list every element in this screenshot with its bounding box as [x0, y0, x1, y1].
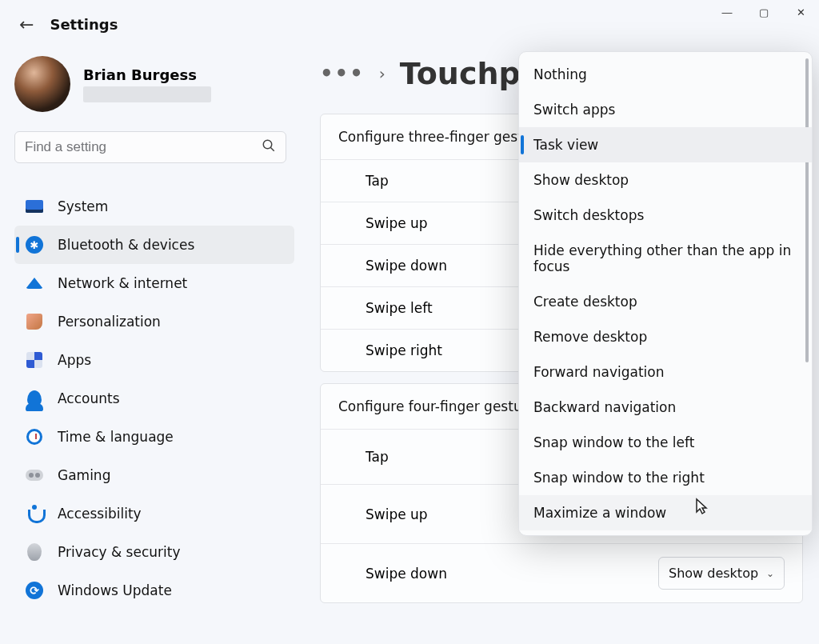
nav-item-time-language[interactable]: Time & language: [14, 418, 294, 456]
nav-item-personalization[interactable]: Personalization: [14, 302, 294, 341]
row-label: Swipe right: [366, 342, 442, 358]
search-icon: [262, 138, 276, 156]
bluetooth-icon: ✱: [24, 234, 45, 255]
nav-label: Windows Update: [58, 582, 172, 598]
row-label: Swipe down: [366, 566, 447, 582]
window-maximize-button[interactable]: ▢: [745, 0, 782, 24]
accessibility-icon: [24, 503, 45, 524]
dropdown-option[interactable]: Hide everything other than the app in fo…: [519, 233, 812, 284]
nav-label: Personalization: [58, 314, 161, 330]
dropdown-option[interactable]: Nothing: [519, 57, 812, 92]
profile-panel[interactable]: Brian Burgess: [14, 56, 294, 112]
row-label: Swipe up: [366, 506, 428, 522]
row-label: Swipe down: [366, 258, 447, 274]
gesture-select[interactable]: Show desktop ⌄: [658, 557, 785, 590]
profile-name: Brian Burgess: [83, 66, 211, 83]
search-input-container[interactable]: [14, 131, 286, 163]
dropdown-option[interactable]: Backward navigation: [519, 390, 812, 425]
row-label: Swipe up: [366, 215, 428, 231]
apps-icon: [24, 350, 45, 370]
nav-label: Time & language: [58, 429, 174, 445]
nav-list: System ✱ Bluetooth & devices Network & i…: [14, 187, 294, 610]
clock-icon: [24, 426, 45, 447]
row-label: Tap: [366, 449, 389, 465]
dropdown-option[interactable]: Show desktop: [519, 162, 812, 198]
nav-label: Bluetooth & devices: [58, 237, 194, 253]
nav-label: Apps: [58, 352, 91, 368]
nav-item-accounts[interactable]: Accounts: [14, 379, 294, 418]
search-input[interactable]: [25, 139, 262, 155]
dropdown-option[interactable]: Switch desktops: [519, 198, 812, 233]
nav-label: Network & internet: [58, 275, 187, 291]
dropdown-option[interactable]: Snap window to the right: [519, 460, 812, 495]
dropdown-option[interactable]: Forward navigation: [519, 354, 812, 390]
nav-item-privacy-security[interactable]: Privacy & security: [14, 533, 294, 571]
dropdown-option[interactable]: Switch apps: [519, 92, 812, 127]
nav-item-accessibility[interactable]: Accessibility: [14, 494, 294, 533]
nav-item-system[interactable]: System: [14, 187, 294, 226]
back-button[interactable]: ←: [19, 14, 34, 34]
nav-item-apps[interactable]: Apps: [14, 341, 294, 379]
personalization-icon: [24, 311, 45, 332]
nav-label: Accessibility: [58, 506, 142, 522]
nav-item-network[interactable]: Network & internet: [14, 264, 294, 302]
accounts-icon: [24, 388, 45, 409]
profile-email-placeholder: [83, 86, 211, 102]
row-label: Tap: [366, 173, 389, 189]
window-minimize-button[interactable]: —: [709, 0, 745, 24]
shield-icon: [24, 542, 45, 562]
breadcrumb-more-icon[interactable]: •••: [320, 62, 365, 86]
avatar: [14, 56, 70, 112]
wifi-icon: [24, 273, 45, 294]
svg-line-1: [270, 147, 274, 151]
nav-label: Gaming: [58, 467, 110, 483]
nav-label: System: [58, 198, 108, 214]
svg-point-0: [263, 140, 272, 149]
window-controls: — ▢ ✕: [709, 0, 819, 24]
system-icon: [24, 196, 45, 217]
window-close-button[interactable]: ✕: [782, 0, 819, 24]
chevron-right-icon: ›: [379, 64, 386, 83]
gaming-icon: [24, 465, 45, 486]
dropdown-option[interactable]: Maximize a window: [519, 495, 812, 530]
row-label: Swipe left: [366, 300, 433, 316]
dropdown-option[interactable]: Snap window to the left: [519, 425, 812, 460]
update-icon: ⟳: [24, 580, 45, 601]
dropdown-option[interactable]: Task view: [519, 127, 812, 162]
select-value: Show desktop: [669, 566, 758, 581]
dropdown-list: Nothing Switch apps Task view Show deskt…: [519, 57, 812, 530]
app-title: Settings: [50, 16, 118, 33]
chevron-down-icon: ⌄: [766, 568, 774, 579]
nav-item-bluetooth-devices[interactable]: ✱ Bluetooth & devices: [14, 226, 294, 264]
nav-item-gaming[interactable]: Gaming: [14, 456, 294, 494]
gesture-dropdown[interactable]: Nothing Switch apps Task view Show deskt…: [518, 51, 813, 536]
nav-label: Privacy & security: [58, 544, 181, 560]
nav-item-windows-update[interactable]: ⟳ Windows Update: [14, 571, 294, 610]
gesture-row-swipe-down-4: Swipe down Show desktop ⌄: [321, 543, 802, 602]
nav-label: Accounts: [58, 390, 120, 406]
dropdown-option[interactable]: Remove desktop: [519, 319, 812, 354]
dropdown-option[interactable]: Create desktop: [519, 284, 812, 319]
